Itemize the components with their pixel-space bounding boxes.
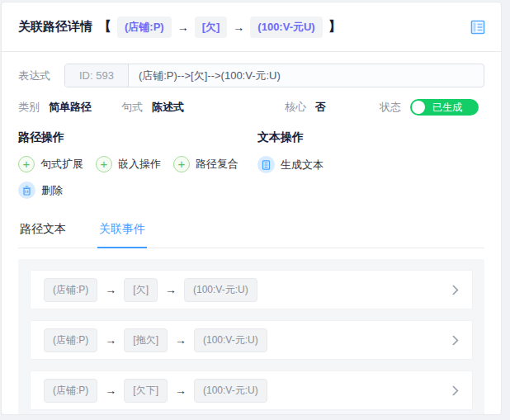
chevron-right-icon bbox=[448, 285, 459, 295]
event-node-tag: (100:V-元:U) bbox=[184, 278, 257, 302]
path-detail-card: 关联路径详情 【 (店铺:P) → [欠] → (100:V-元U) 】 表达式… bbox=[1, 2, 502, 415]
button-label: 句式扩展 bbox=[40, 157, 83, 172]
status-switch[interactable]: 已生成 bbox=[410, 99, 479, 116]
core-group: 核心 否 bbox=[285, 100, 380, 115]
event-node-tag: (店铺:P) bbox=[44, 278, 97, 302]
operations-section: 路径操作 + 句式扩展 + 嵌入操作 + 路径复合 bbox=[18, 129, 484, 208]
core-value: 否 bbox=[315, 100, 326, 115]
chevron-right-icon bbox=[448, 385, 459, 396]
text-operations-title: 文本操作 bbox=[257, 130, 336, 145]
path-operations-column: 路径操作 + 句式扩展 + 嵌入操作 + 路径复合 bbox=[18, 129, 257, 208]
event-node-tag: (店铺:P) bbox=[44, 328, 97, 352]
event-node-tag: (100:V-元:U) bbox=[194, 328, 267, 352]
sentence-label: 句式 bbox=[121, 100, 143, 115]
embed-operation-button[interactable]: + 嵌入操作 bbox=[96, 156, 161, 172]
card-header: 关联路径详情 【 (店铺:P) → [欠] → (100:V-元U) 】 bbox=[2, 2, 501, 52]
event-node-tag: [拖欠] bbox=[124, 328, 168, 352]
arrow-icon: → bbox=[175, 384, 187, 397]
button-label: 删除 bbox=[41, 183, 63, 198]
bracket-close: 】 bbox=[328, 18, 342, 35]
path-node-tag: (店铺:P) bbox=[117, 17, 172, 38]
event-row[interactable]: (店铺:P) → [欠下] → (100:V-元:U) bbox=[30, 370, 473, 410]
plus-icon: + bbox=[18, 156, 35, 172]
category-value: 简单路径 bbox=[49, 100, 92, 115]
related-events-list: (店铺:P) → [欠] → (100:V-元:U) (店铺:P) → [拖欠]… bbox=[18, 259, 484, 415]
bracket-open: 【 bbox=[98, 18, 111, 35]
arrow-icon: → bbox=[105, 384, 116, 397]
arrow-icon: → bbox=[233, 21, 244, 34]
status-label: 状态 bbox=[380, 100, 401, 115]
expression-row: 表达式 ID: 593 (店铺:P)-->[欠]-->(100:V-元:U) bbox=[18, 64, 484, 87]
event-node-tag: [欠] bbox=[124, 278, 158, 302]
expression-label: 表达式 bbox=[18, 68, 64, 83]
sentence-expand-button[interactable]: + 句式扩展 bbox=[18, 156, 83, 172]
tab-related-events[interactable]: 关联事件 bbox=[97, 215, 147, 248]
trash-icon bbox=[18, 182, 35, 199]
notebook-icon[interactable] bbox=[470, 19, 486, 35]
event-node-tag: (店铺:P) bbox=[44, 379, 97, 403]
button-label: 生成文本 bbox=[281, 158, 323, 172]
tab-path-text[interactable]: 路径文本 bbox=[18, 215, 68, 248]
meta-row: 类别 简单路径 句式 陈述式 核心 否 状态 已生成 bbox=[18, 99, 484, 116]
expression-value: (店铺:P)-->[欠]-->(100:V-元:U) bbox=[129, 64, 290, 87]
page-title: 关联路径详情 bbox=[18, 19, 92, 35]
event-row[interactable]: (店铺:P) → [拖欠] → (100:V-元:U) bbox=[30, 320, 473, 360]
delete-button[interactable]: 删除 bbox=[18, 182, 63, 199]
status-group: 状态 已生成 bbox=[380, 99, 479, 116]
tab-bar: 路径文本 关联事件 bbox=[18, 215, 484, 248]
path-compose-button[interactable]: + 路径复合 bbox=[173, 156, 238, 172]
expression-id-prefix: ID: 593 bbox=[65, 64, 129, 87]
plus-icon: + bbox=[173, 156, 190, 172]
text-operations-column: 文本操作 生成文本 bbox=[257, 129, 336, 208]
chevron-right-icon bbox=[448, 335, 459, 346]
path-node-tag: [欠] bbox=[195, 17, 228, 38]
plus-icon: + bbox=[96, 156, 112, 172]
sentence-group: 句式 陈述式 bbox=[121, 100, 285, 115]
arrow-icon: → bbox=[105, 333, 116, 347]
sentence-value: 陈述式 bbox=[152, 100, 184, 115]
arrow-icon: → bbox=[175, 333, 187, 347]
button-label: 嵌入操作 bbox=[118, 157, 161, 172]
button-label: 路径复合 bbox=[196, 157, 238, 172]
event-row[interactable]: (店铺:P) → [欠] → (100:V-元:U) bbox=[30, 270, 473, 309]
document-icon bbox=[257, 156, 275, 173]
event-node-tag: [欠下] bbox=[124, 379, 168, 403]
generate-text-button[interactable]: 生成文本 bbox=[257, 156, 323, 173]
card-body: 表达式 ID: 593 (店铺:P)-->[欠]-->(100:V-元:U) 类… bbox=[2, 52, 501, 415]
path-operations-title: 路径操作 bbox=[18, 130, 257, 145]
status-badge: 已生成 bbox=[432, 101, 462, 115]
event-node-tag: (100:V-元:U) bbox=[194, 379, 267, 403]
arrow-icon: → bbox=[165, 283, 177, 296]
switch-knob-icon bbox=[412, 101, 425, 114]
expression-input[interactable]: ID: 593 (店铺:P)-->[欠]-->(100:V-元:U) bbox=[64, 64, 484, 87]
arrow-icon: → bbox=[177, 21, 189, 34]
category-group: 类别 简单路径 bbox=[18, 100, 121, 115]
arrow-icon: → bbox=[105, 283, 116, 296]
category-label: 类别 bbox=[18, 100, 40, 115]
path-node-tag: (100:V-元U) bbox=[250, 17, 322, 38]
core-label: 核心 bbox=[285, 100, 306, 115]
